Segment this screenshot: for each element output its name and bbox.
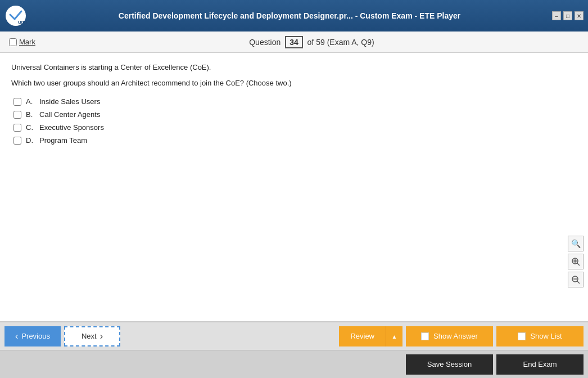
main-content: Universal Containers is starting a Cente… [0,53,588,322]
previous-button[interactable]: Previous [4,326,61,346]
question-number-area: Question 34 of 59 (Exam A, Q9) [44,36,579,48]
mark-input[interactable] [9,38,17,46]
vumingo-logo: umingo [4,4,27,27]
review-chevron-icon [392,333,397,340]
question-instruction: Which two user groups should an Architec… [11,78,577,89]
option-letter-0: A. [26,97,35,106]
review-dropdown-button[interactable] [386,326,402,346]
show-answer-checkbox-icon [421,332,429,340]
option-text-0: Inside Sales Users [39,97,100,106]
window-controls[interactable]: – □ ✕ [552,11,584,20]
end-exam-label: End Exam [523,360,557,368]
save-session-button[interactable]: Save Session [406,354,493,375]
review-label: Review [350,332,374,340]
previous-label: Previous [21,332,50,340]
svg-line-3 [577,263,580,266]
nav-bar: Previous Next Review Show Answer Show Li… [0,322,588,350]
mark-label[interactable]: Mark [19,38,35,46]
close-button[interactable]: ✕ [575,11,584,20]
review-button-group: Review [339,326,402,346]
show-answer-button[interactable]: Show Answer [406,326,493,346]
svg-line-7 [577,281,580,284]
option-text-1: Call Center Agents [39,110,100,119]
prev-chevron-icon [15,331,18,341]
question-text-label: Question [249,38,281,47]
next-button[interactable]: Next [64,326,120,346]
show-list-checkbox-icon [518,332,526,340]
restore-button[interactable]: □ [563,11,572,20]
question-of-text: of 59 (Exam A, Q9) [307,38,374,47]
app-title: Certified Development Lifecycle and Depl… [27,11,552,20]
next-label: Next [82,332,97,340]
option-checkbox-1[interactable] [13,111,21,119]
logo-area: umingo [4,4,27,27]
search-icon-button[interactable]: 🔍 [568,236,584,251]
show-list-button[interactable]: Show List [496,326,584,346]
svg-text:umingo: umingo [18,19,27,25]
option-checkbox-3[interactable] [13,137,21,145]
mark-checkbox[interactable]: Mark [9,38,35,46]
question-context: Universal Containers is starting a Cente… [11,62,577,73]
option-text-2: Executive Sponsors [39,123,104,132]
zoom-in-icon [571,257,580,266]
option-letter-2: C. [26,123,35,132]
option-letter-3: D. [26,136,35,145]
answer-option-a[interactable]: A.Inside Sales Users [13,97,577,106]
action-bar: Save Session End Exam [0,350,588,378]
question-number: 34 [285,36,303,48]
minimize-button[interactable]: – [552,11,561,20]
show-list-label: Show List [530,332,562,340]
title-bar: umingo Certified Development Lifecycle a… [0,0,588,32]
option-letter-1: B. [26,110,35,119]
show-answer-label: Show Answer [433,332,478,340]
answer-options: A.Inside Sales UsersB.Call Center Agents… [13,97,577,145]
next-chevron-icon [100,331,103,341]
answer-option-d[interactable]: D.Program Team [13,136,577,145]
zoom-out-icon [571,275,580,284]
question-header: Mark Question 34 of 59 (Exam A, Q9) [0,32,588,53]
save-session-label: Save Session [427,360,472,368]
zoom-in-button[interactable] [568,254,584,269]
answer-option-c[interactable]: C.Executive Sponsors [13,123,577,132]
side-icons: 🔍 [568,236,584,287]
zoom-out-button[interactable] [568,272,584,287]
option-checkbox-0[interactable] [13,98,21,106]
option-checkbox-2[interactable] [13,124,21,132]
answer-option-b[interactable]: B.Call Center Agents [13,110,577,119]
end-exam-button[interactable]: End Exam [496,354,584,375]
review-button[interactable]: Review [339,326,386,346]
option-text-3: Program Team [39,136,87,145]
